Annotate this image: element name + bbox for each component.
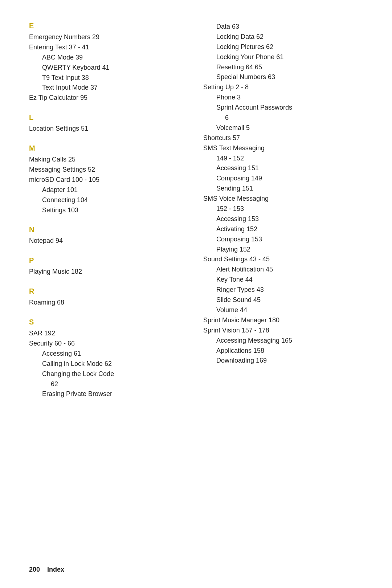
list-item: SAR 192 (29, 328, 189, 339)
list-item: microSD Card 100 - 105 (29, 175, 189, 185)
section-letter: P (29, 256, 189, 265)
section-l: LLocation Settings 51 (29, 113, 189, 134)
list-item: Voicemail 5 (203, 123, 363, 133)
list-item: Entering Text 37 - 41 (29, 42, 189, 53)
list-item: Ringer Types 43 (203, 285, 363, 295)
section-p: PPlaying Music 182 (29, 256, 189, 277)
list-item: Setting Up 2 - 8 (203, 82, 363, 93)
list-item: Sprint Account Passwords (203, 103, 363, 113)
list-item: Text Input Mode 37 (29, 83, 189, 93)
list-item: Composing 149 (203, 173, 363, 184)
list-item: Notepad 94 (29, 236, 189, 246)
list-item: Shortcuts 57 (203, 133, 363, 143)
list-item: Alert Notification 45 (203, 265, 363, 275)
list-item: Security 60 - 66 (29, 339, 189, 349)
list-item: T9 Text Input 38 (29, 73, 189, 83)
list-item: Sprint Vision 157 - 178 (203, 326, 363, 336)
list-item: Accessing Messaging 165 (203, 336, 363, 346)
section-letter: R (29, 287, 189, 295)
footer-label: Index (47, 566, 64, 573)
section-letter: E (29, 22, 189, 30)
list-item: Playing 152 (203, 245, 363, 255)
list-item: Locking Data 62 (203, 32, 363, 42)
list-item: Playing Music 182 (29, 267, 189, 277)
list-item: Special Numbers 63 (203, 72, 363, 82)
footer: 200 Index (29, 566, 64, 573)
list-item: Settings 103 (29, 205, 189, 216)
list-item: Accessing 151 (203, 163, 363, 173)
section-s: SSAR 192Security 60 - 66Accessing 61Call… (29, 318, 189, 399)
list-item: SMS Text Messaging (203, 143, 363, 154)
section-n: NNotepad 94 (29, 225, 189, 246)
right-section: Data 63Locking Data 62Locking Pictures 6… (203, 22, 363, 366)
section-letter: N (29, 225, 189, 234)
list-item: Adapter 101 (29, 185, 189, 195)
list-item: Sending 151 (203, 184, 363, 194)
list-item: Slide Sound 45 (203, 295, 363, 305)
list-item: ABC Mode 39 (29, 53, 189, 63)
list-item: Composing 153 (203, 234, 363, 245)
list-item: Sound Settings 43 - 45 (203, 254, 363, 265)
list-item: Key Tone 44 (203, 275, 363, 285)
list-item: Changing the Lock Code (29, 369, 189, 379)
list-item: Locking Pictures 62 (203, 42, 363, 52)
section-e: EEmergency Numbers 29Entering Text 37 - … (29, 22, 189, 103)
section-letter: S (29, 318, 189, 326)
list-item: QWERTY Keyboard 41 (29, 63, 189, 73)
list-item: Connecting 104 (29, 195, 189, 205)
list-item: Sprint Music Manager 180 (203, 315, 363, 326)
footer-page-number: 200 (29, 566, 40, 573)
list-item: Erasing Private Browser (29, 389, 189, 399)
list-item: Ez Tip Calculator 95 (29, 93, 189, 103)
list-item: Activating 152 (203, 224, 363, 234)
list-item: Calling in Lock Mode 62 (29, 359, 189, 369)
list-item: Volume 44 (203, 305, 363, 315)
section-letter: M (29, 144, 189, 152)
list-item: Messaging Settings 52 (29, 165, 189, 175)
list-item: 149 - 152 (203, 154, 363, 164)
list-item: Making Calls 25 (29, 155, 189, 165)
list-item: Downloading 169 (203, 356, 363, 366)
list-item: Roaming 68 (29, 298, 189, 308)
list-item: Location Settings 51 (29, 124, 189, 134)
list-item: Accessing 153 (203, 214, 363, 224)
list-item: Phone 3 (203, 93, 363, 103)
list-item: Applications 158 (203, 346, 363, 356)
list-item: Emergency Numbers 29 (29, 32, 189, 42)
section-letter: L (29, 113, 189, 122)
list-item: Data 63 (203, 22, 363, 32)
list-item: 62 (29, 379, 189, 389)
section-m: MMaking Calls 25Messaging Settings 52mic… (29, 144, 189, 215)
page: EEmergency Numbers 29Entering Text 37 - … (0, 0, 392, 438)
list-item: 6 (203, 113, 363, 123)
right-column: Data 63Locking Data 62Locking Pictures 6… (200, 22, 370, 409)
section-r: RRoaming 68 (29, 287, 189, 308)
list-item: Locking Your Phone 61 (203, 52, 363, 62)
list-item: 152 - 153 (203, 204, 363, 214)
left-column: EEmergency Numbers 29Entering Text 37 - … (29, 22, 200, 409)
list-item: Resetting 64 65 (203, 62, 363, 73)
list-item: SMS Voice Messaging (203, 194, 363, 204)
list-item: Accessing 61 (29, 349, 189, 359)
